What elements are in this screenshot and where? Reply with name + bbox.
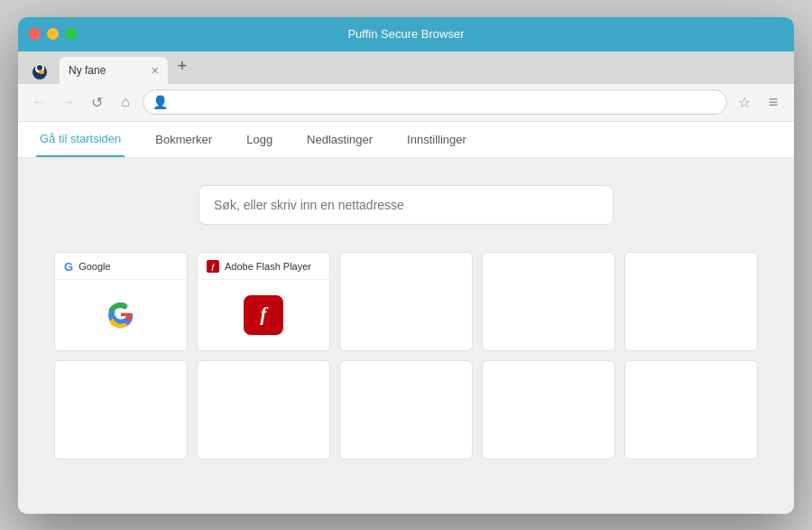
svg-point-3 [39, 70, 44, 74]
main-content: G Google f Adobe Flash Play [18, 158, 794, 514]
nav-tab-start[interactable]: Gå til startsiden [36, 122, 125, 157]
nav-tab-downloads[interactable]: Nedlastinger [303, 122, 376, 157]
tile-empty-4[interactable] [54, 360, 188, 460]
search-input[interactable] [198, 185, 614, 225]
minimize-button[interactable] [47, 28, 59, 40]
maximize-button[interactable] [65, 28, 77, 40]
forward-button[interactable]: → [56, 90, 79, 114]
tile-empty-5[interactable] [197, 360, 330, 460]
nav-tabs: Gå til startsiden Bokmerker Logg Nedlast… [18, 122, 794, 158]
forward-icon: → [60, 94, 75, 110]
puffin-logo-icon [29, 60, 51, 81]
tile-flash-title: Adobe Flash Player [225, 261, 311, 272]
window-controls [29, 28, 77, 40]
nav-tab-log-label: Logg [246, 133, 272, 146]
tile-flash-body: f [198, 280, 329, 350]
browser-window: Puffin Secure Browser Ny fane × + ← → ↺ [18, 17, 794, 514]
svg-point-2 [37, 65, 42, 70]
nav-tab-settings[interactable]: Innstillinger [403, 122, 470, 157]
tile-empty-1[interactable] [339, 252, 473, 351]
nav-tab-bookmarks[interactable]: Bokmerker [152, 122, 216, 157]
home-button[interactable]: ⌂ [114, 90, 137, 114]
back-icon: ← [32, 94, 46, 110]
tile-flash-header: f Adobe Flash Player [198, 253, 329, 280]
tile-empty-8[interactable] [624, 360, 758, 460]
new-tab-button[interactable]: + [170, 54, 195, 79]
tiles-grid: G Google f Adobe Flash Play [54, 252, 758, 460]
reload-icon: ↺ [91, 94, 103, 111]
tile-google-body [55, 280, 187, 350]
address-input[interactable] [173, 96, 717, 109]
close-button[interactable] [29, 28, 41, 40]
tab-ny-fane[interactable]: Ny fane × [60, 57, 168, 84]
browser-logo [25, 57, 54, 84]
toolbar-right: ☆ ≡ [733, 90, 785, 114]
nav-tab-downloads-label: Nedlastinger [307, 133, 373, 146]
tab-close-icon[interactable]: × [152, 63, 159, 78]
tile-google-header: G Google [55, 253, 187, 280]
url-security-icon: 👤 [152, 95, 168, 109]
bookmark-icon[interactable]: ☆ [733, 90, 756, 114]
google-favicon: G [64, 260, 73, 274]
back-button[interactable]: ← [27, 90, 51, 114]
menu-icon[interactable]: ≡ [761, 90, 785, 114]
tile-google[interactable]: G Google [54, 252, 188, 351]
tile-empty-7[interactable] [482, 360, 615, 460]
nav-tab-settings-label: Innstillinger [407, 133, 466, 146]
tab-label: Ny fane [69, 64, 106, 77]
window-title: Puffin Secure Browser [347, 27, 464, 41]
tab-bar: Ny fane × + [18, 51, 794, 84]
tile-empty-3[interactable] [624, 252, 758, 351]
nav-tab-log[interactable]: Logg [243, 122, 276, 157]
tile-empty-2[interactable] [482, 252, 615, 351]
nav-tab-bookmarks-label: Bokmerker [155, 133, 212, 146]
nav-tab-start-label: Gå til startsiden [40, 132, 121, 145]
flash-letter: f [260, 302, 266, 326]
reload-button[interactable]: ↺ [85, 90, 108, 114]
flash-favicon: f [207, 260, 219, 273]
home-icon: ⌂ [121, 94, 130, 110]
address-bar: ← → ↺ ⌂ 👤 ☆ ≡ [18, 84, 794, 122]
tile-empty-6[interactable] [339, 360, 473, 460]
tile-flash[interactable]: f Adobe Flash Player f [197, 252, 330, 351]
flash-icon: f [244, 295, 283, 335]
google-logo-icon [103, 297, 139, 333]
title-bar: Puffin Secure Browser [18, 17, 794, 51]
tile-google-title: Google [78, 261, 110, 272]
address-input-wrap: 👤 [143, 89, 727, 115]
